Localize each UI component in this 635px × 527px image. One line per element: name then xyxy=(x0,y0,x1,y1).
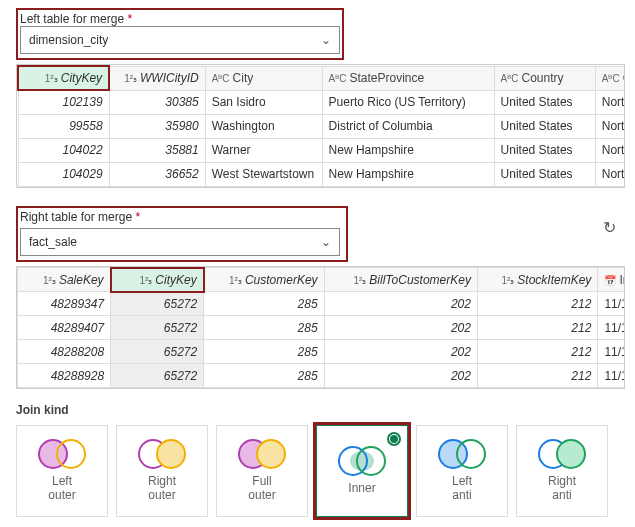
join-kind-label: Inner xyxy=(348,482,375,496)
venn-icon xyxy=(238,439,286,469)
col-country[interactable]: AᴮCCountry xyxy=(494,66,595,90)
left-table-selected: dimension_city xyxy=(29,33,108,47)
join-kind-label: Leftouter xyxy=(48,475,75,503)
right-table-dropdown[interactable]: fact_sale ⌄ xyxy=(20,228,340,256)
selected-radio-icon xyxy=(387,432,401,446)
col-billtocustomerkey[interactable]: 1²₃BillToCustomerKey xyxy=(324,268,477,292)
col-customerkey[interactable]: 1²₃CustomerKey xyxy=(204,268,324,292)
right-table-grid[interactable]: 1²₃SaleKey 1²₃CityKey 1²₃CustomerKey 1²₃… xyxy=(16,266,625,390)
join-kind-label: Join kind xyxy=(16,403,625,417)
join-kind-label: Leftanti xyxy=(452,475,472,503)
right-table-label: Right table for merge * xyxy=(20,210,340,224)
table-header-row: 1²₃CityKey 1²₃WWICityID AᴮCCity AᴮCState… xyxy=(18,66,625,90)
left-table-grid[interactable]: 1²₃CityKey 1²₃WWICityID AᴮCCity AᴮCState… xyxy=(16,64,625,188)
chevron-down-icon: ⌄ xyxy=(321,235,331,249)
table-row[interactable]: 482882086527228520221211/18/20 xyxy=(18,340,626,364)
refresh-left-button[interactable]: ↻ xyxy=(599,0,619,2)
chevron-down-icon: ⌄ xyxy=(321,33,331,47)
col-city[interactable]: AᴮCCity xyxy=(205,66,322,90)
join-kind-label: Rightanti xyxy=(548,475,576,503)
refresh-right-button[interactable]: ↻ xyxy=(599,218,619,238)
col-continent[interactable]: AᴮCContinent xyxy=(595,66,625,90)
col-stateprovince[interactable]: AᴮCStateProvince xyxy=(322,66,494,90)
join-kind-label: Fullouter xyxy=(248,475,275,503)
left-table-dropdown[interactable]: dimension_city ⌄ xyxy=(20,26,340,54)
join-kind-inner[interactable]: Inner xyxy=(316,425,408,517)
join-kind-right-outer[interactable]: Rightouter xyxy=(116,425,208,517)
col-citykey[interactable]: 1²₃CityKey xyxy=(111,268,204,292)
join-kind-label: Rightouter xyxy=(148,475,176,503)
table-row[interactable]: 9955835980WashingtonDistrict of Columbia… xyxy=(18,114,625,138)
join-kind-right-anti[interactable]: Rightanti xyxy=(516,425,608,517)
table-row[interactable]: 482894076527228520221211/18/20 xyxy=(18,316,626,340)
join-kind-left-outer[interactable]: Leftouter xyxy=(16,425,108,517)
left-table-label: Left table for merge * xyxy=(18,10,342,26)
venn-icon xyxy=(138,439,186,469)
table-row[interactable]: 482889286527228520221211/18/20 xyxy=(18,364,626,388)
venn-icon xyxy=(538,439,586,469)
col-wwicityid[interactable]: 1²₃WWICityID xyxy=(109,66,205,90)
col-stockitemkey[interactable]: 1²₃StockItemKey xyxy=(477,268,597,292)
right-table-selected: fact_sale xyxy=(29,235,77,249)
table-row[interactable]: 482893476527228520221211/18/20 xyxy=(18,292,626,316)
join-kind-full-outer[interactable]: Fullouter xyxy=(216,425,308,517)
col-citykey[interactable]: 1²₃CityKey xyxy=(18,66,109,90)
col-invoicedate[interactable]: 📅InvoiceDa xyxy=(598,268,625,292)
table-header-row: 1²₃SaleKey 1²₃CityKey 1²₃CustomerKey 1²₃… xyxy=(18,268,626,292)
join-kind-left-anti[interactable]: Leftanti xyxy=(416,425,508,517)
col-salekey[interactable]: 1²₃SaleKey xyxy=(18,268,111,292)
venn-icon xyxy=(38,439,86,469)
venn-icon xyxy=(438,439,486,469)
venn-icon xyxy=(338,446,386,476)
table-row[interactable]: 10402936652West StewartstownNew Hampshir… xyxy=(18,162,625,186)
table-row[interactable]: 10402235881WarnerNew HampshireUnited Sta… xyxy=(18,138,625,162)
table-row[interactable]: 10213930385San IsidroPuerto Rico (US Ter… xyxy=(18,90,625,114)
